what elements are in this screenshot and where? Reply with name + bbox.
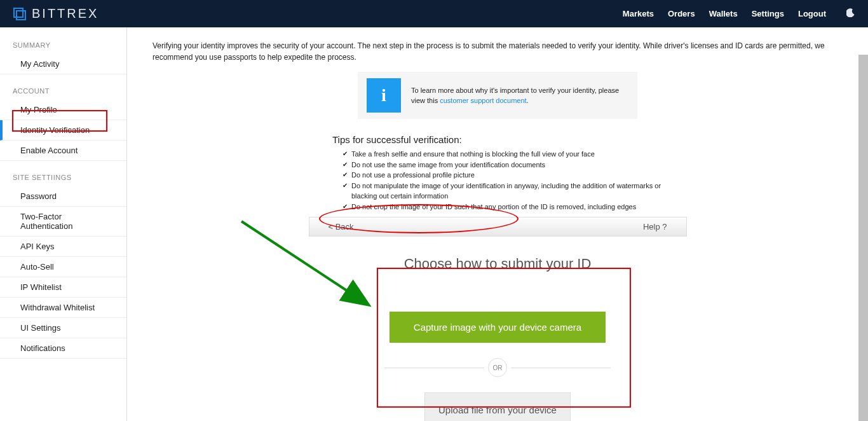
intro-text: Verifying your identity improves the sec… [153, 40, 843, 63]
info-suffix: . [527, 97, 529, 104]
sidebar-item-enable-account[interactable]: Enable Account [0, 141, 126, 161]
upload-file-button[interactable]: Upload file from your device [424, 392, 571, 421]
info-icon: i [367, 78, 401, 113]
page-body: SUMMARY My Activity ACCOUNT My Profile I… [0, 27, 868, 421]
or-label: OR [488, 358, 507, 377]
sidebar-heading-site-settings: SITE SETTIINGS [0, 170, 126, 186]
bittrex-logo-icon [13, 7, 27, 21]
info-callout: i To learn more about why it's important… [358, 72, 637, 119]
tip-item: Do not use the same image from your iden… [332, 160, 663, 170]
help-button[interactable]: Help ? [643, 222, 667, 231]
tip-item: Take a fresh selfie and ensure that noth… [332, 149, 663, 160]
sidebar-item-my-activity[interactable]: My Activity [0, 54, 126, 74]
dark-mode-icon[interactable] [846, 8, 855, 19]
nav-markets[interactable]: Markets [623, 9, 654, 18]
tip-item: Do not crop the image of your ID such th… [332, 202, 663, 212]
tips-list: Take a fresh selfie and ensure that noth… [332, 149, 663, 212]
tips-block: Tips for successful verification: Take a… [332, 134, 663, 212]
tip-item: Do not manipulate the image of your iden… [332, 181, 663, 202]
nav-orders[interactable]: Orders [668, 9, 695, 18]
tips-title: Tips for successful verification: [332, 134, 663, 145]
nav-logout[interactable]: Logout [798, 9, 826, 18]
sidebar-heading-summary: SUMMARY [0, 38, 126, 54]
sidebar-item-api-keys[interactable]: API Keys [0, 237, 126, 257]
top-nav: Markets Orders Wallets Settings Logout [623, 8, 855, 19]
sidebar-item-ip-whitelist[interactable]: IP Whitelist [0, 277, 126, 298]
wizard-nav-bar: < Back Help ? [309, 217, 687, 237]
sidebar-item-notifications[interactable]: Notifications [0, 338, 126, 359]
sidebar-item-two-factor[interactable]: Two-Factor Authentication [0, 207, 126, 237]
customer-support-link[interactable]: customer support document [440, 97, 526, 104]
sidebar-item-identity-verification[interactable]: Identity Verification [0, 120, 126, 141]
option-divider: OR [384, 358, 611, 377]
sidebar-item-my-profile[interactable]: My Profile [0, 100, 126, 120]
capture-camera-button[interactable]: Capture image with your device camera [390, 312, 606, 343]
settings-sidebar: SUMMARY My Activity ACCOUNT My Profile I… [0, 27, 127, 421]
brand-logo[interactable]: BITTREX [13, 6, 98, 21]
sidebar-item-ui-settings[interactable]: UI Settings [0, 318, 126, 338]
choose-title: Choose how to submit your ID [153, 256, 843, 272]
vertical-scrollbar[interactable] [858, 55, 868, 421]
scroll-thumb[interactable] [858, 55, 868, 421]
sidebar-item-withdrawal-whitelist[interactable]: Withdrawal Whitelist [0, 298, 126, 318]
app-header: BITTREX Markets Orders Wallets Settings … [0, 0, 868, 27]
sidebar-heading-account: ACCOUNT [0, 83, 126, 100]
svg-rect-1 [17, 11, 25, 20]
info-text: To learn more about why it's important t… [411, 85, 628, 106]
nav-settings[interactable]: Settings [752, 9, 784, 18]
main-content: Verifying your identity improves the sec… [127, 27, 868, 421]
brand-name: BITTREX [32, 6, 98, 21]
sidebar-item-password[interactable]: Password [0, 186, 126, 207]
tip-item: Do not use a professional profile pictur… [332, 170, 663, 181]
back-button[interactable]: < Back [329, 222, 354, 231]
sidebar-item-auto-sell[interactable]: Auto-Sell [0, 257, 126, 277]
submit-options: Capture image with your device camera OR… [370, 298, 625, 421]
nav-wallets[interactable]: Wallets [709, 9, 738, 18]
svg-rect-0 [14, 8, 23, 17]
